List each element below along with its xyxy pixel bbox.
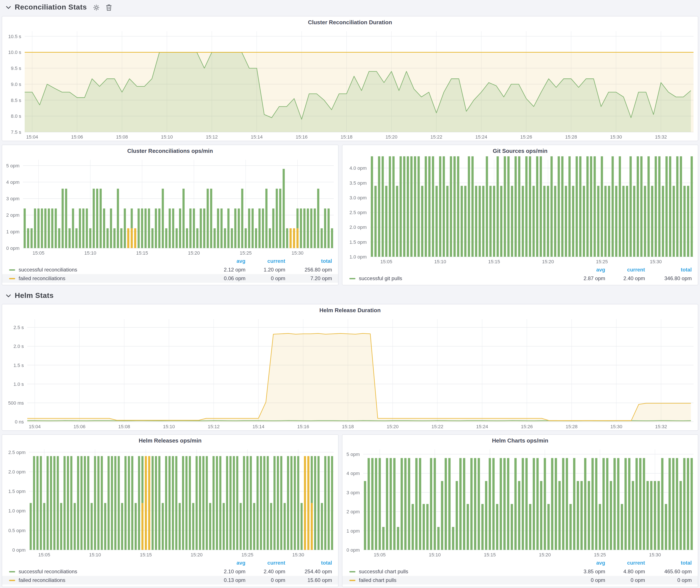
svg-text:15:28: 15:28 [566, 424, 577, 429]
gear-icon[interactable] [93, 4, 100, 11]
legend-row: failed reconciliations 0.13 opm 0 opm 15… [2, 576, 338, 585]
legend-row: successful chart pulls 3.85 opm 4.80 opm… [342, 567, 698, 576]
svg-text:1.5 opm: 1.5 opm [8, 489, 26, 494]
legend-current-value: 2.40 opm [605, 275, 645, 281]
legend-col-avg[interactable]: avg [567, 267, 605, 273]
legend-current-value: 1.20 opm [245, 267, 285, 273]
legend-series-label: successful git pulls [359, 275, 402, 281]
svg-text:15:05: 15:05 [32, 250, 44, 256]
panel-title[interactable]: Cluster Reconciliations ops/min [2, 145, 338, 156]
svg-text:9.0 s: 9.0 s [11, 82, 21, 87]
legend-col-total[interactable]: total [645, 267, 692, 273]
svg-text:15:14: 15:14 [251, 134, 263, 140]
legend-col-current[interactable]: current [605, 560, 645, 566]
section-header-reconciliation-stats[interactable]: Reconciliation Stats [6, 3, 112, 12]
panel-title[interactable]: Git Sources ops/min [342, 145, 698, 156]
legend-row: failed reconciliations 0.06 opm 0 opm 7.… [2, 274, 338, 283]
svg-text:2 opm: 2 opm [347, 509, 360, 514]
svg-text:15:12: 15:12 [208, 424, 220, 429]
svg-text:15:04: 15:04 [26, 134, 38, 140]
chevron-down-icon [6, 6, 11, 9]
svg-text:3.0 opm: 3.0 opm [350, 195, 367, 200]
svg-text:0 opm: 0 opm [6, 246, 19, 251]
cluster-reconciliations-opm-chart[interactable]: 0 opm1 opm2 opm3 opm4 opm5 opm15:0515:10… [2, 156, 338, 257]
svg-text:15:06: 15:06 [74, 424, 85, 429]
legend-col-avg[interactable]: avg [567, 560, 605, 566]
svg-text:15:20: 15:20 [542, 259, 554, 264]
legend-col-current[interactable]: current [245, 560, 285, 566]
panel-helm-releases-opm: Helm Releases ops/min 0 opm0.5 opm1.0 op… [2, 434, 339, 587]
helm-charts-opm-chart[interactable]: 0 opm1 opm2 opm3 opm4 opm5 opm15:0515:10… [342, 446, 698, 559]
legend-row: failed chart pulls 0 opm 0 opm 0 opm [342, 576, 698, 585]
panel-title[interactable]: Helm Release Duration [2, 304, 698, 316]
svg-text:9.5 s: 9.5 s [11, 66, 21, 71]
panel-title[interactable]: Helm Charts ops/min [342, 435, 698, 446]
legend-header: avg current total [342, 266, 698, 274]
svg-text:4 opm: 4 opm [347, 471, 360, 476]
legend-series-label: successful reconciliations [19, 267, 77, 273]
svg-text:15:18: 15:18 [342, 424, 354, 429]
legend-col-total[interactable]: total [285, 258, 332, 264]
legend-avg-value: 2.10 opm [207, 569, 245, 575]
svg-text:15:20: 15:20 [539, 552, 551, 557]
section-header-helm-stats[interactable]: Helm Stats [6, 291, 54, 300]
svg-text:15:20: 15:20 [385, 134, 397, 140]
legend-series-toggle[interactable]: failed chart pulls [349, 577, 567, 583]
legend: avg current total successful reconciliat… [2, 257, 338, 285]
svg-text:15:04: 15:04 [29, 424, 41, 429]
svg-text:7.5 s: 7.5 s [11, 129, 21, 135]
helm-release-duration-chart[interactable]: 0 ns500 ms1.0 s1.5 s2.0 s2.5 s15:0415:06… [2, 316, 698, 430]
legend-series-toggle[interactable]: successful git pulls [349, 275, 567, 281]
git-sources-opm-chart[interactable]: 1.0 opm1.5 opm2.0 opm2.5 opm3.0 opm3.5 o… [342, 156, 698, 265]
legend-series-toggle[interactable]: successful chart pulls [349, 569, 567, 575]
legend-row: successful git pulls 2.87 opm 2.40 opm 3… [342, 274, 698, 283]
svg-text:0 opm: 0 opm [12, 547, 26, 553]
panel-helm-release-duration: Helm Release Duration 0 ns500 ms1.0 s1.5… [2, 304, 698, 431]
svg-text:15:05: 15:05 [374, 552, 386, 557]
svg-text:2.5 opm: 2.5 opm [350, 210, 367, 215]
section-title: Reconciliation Stats [15, 3, 87, 12]
panel-title[interactable]: Helm Releases ops/min [2, 435, 338, 446]
svg-text:15:15: 15:15 [140, 552, 152, 557]
legend-series-toggle[interactable]: successful reconciliations [9, 267, 207, 273]
svg-text:2.0 opm: 2.0 opm [8, 469, 26, 475]
svg-text:2.5 opm: 2.5 opm [8, 450, 26, 455]
svg-text:10.0 s: 10.0 s [8, 50, 21, 55]
legend-current-value: 0 opm [245, 577, 285, 583]
legend-series-label: failed chart pulls [359, 577, 396, 583]
helm-releases-opm-chart[interactable]: 0 opm0.5 opm1.0 opm1.5 opm2.0 opm2.5 opm… [2, 446, 338, 559]
legend-series-toggle[interactable]: successful reconciliations [9, 569, 207, 575]
legend-col-current[interactable]: current [245, 258, 285, 264]
legend-total-value: 256.80 opm [285, 267, 332, 273]
svg-text:15:08: 15:08 [116, 134, 128, 140]
legend-total-value: 7.20 opm [285, 275, 332, 281]
legend-row: successful reconciliations 2.12 opm 1.20… [2, 265, 338, 274]
legend-col-total[interactable]: total [285, 560, 332, 566]
legend-total-value: 15.60 opm [285, 577, 332, 583]
legend-avg-value: 0.06 opm [207, 275, 245, 281]
cluster-reconciliation-duration-chart[interactable]: 7.5 s8.0 s8.5 s9.0 s9.5 s10.0 s10.5 s15:… [2, 28, 698, 141]
svg-text:15:16: 15:16 [296, 134, 308, 140]
panel-cluster-reconciliations-opm: Cluster Reconciliations ops/min 0 opm1 o… [2, 145, 339, 285]
legend-col-total[interactable]: total [645, 560, 692, 566]
legend-series-toggle[interactable]: failed reconciliations [9, 275, 207, 281]
legend-avg-value: 3.85 opm [567, 569, 605, 575]
svg-text:3.5 opm: 3.5 opm [350, 180, 367, 186]
svg-text:4.0 opm: 4.0 opm [350, 165, 367, 171]
legend-series-label: failed reconciliations [19, 275, 65, 281]
legend-header: avg current total [2, 258, 338, 265]
legend-series-label: failed reconciliations [19, 577, 65, 583]
svg-text:1.5 opm: 1.5 opm [350, 239, 367, 245]
panel-title[interactable]: Cluster Reconciliation Duration [2, 16, 698, 28]
svg-text:15:25: 15:25 [240, 250, 252, 256]
legend-total-value: 0 opm [645, 577, 692, 583]
svg-text:15:14: 15:14 [252, 424, 264, 429]
trash-icon[interactable] [106, 4, 112, 11]
svg-text:15:30: 15:30 [610, 424, 622, 429]
legend-col-avg[interactable]: avg [207, 560, 245, 566]
legend-series-toggle[interactable]: failed reconciliations [9, 577, 207, 583]
legend-col-current[interactable]: current [605, 267, 645, 273]
svg-text:15:30: 15:30 [610, 134, 622, 140]
legend-avg-value: 0 opm [567, 577, 605, 583]
legend-col-avg[interactable]: avg [207, 258, 245, 264]
